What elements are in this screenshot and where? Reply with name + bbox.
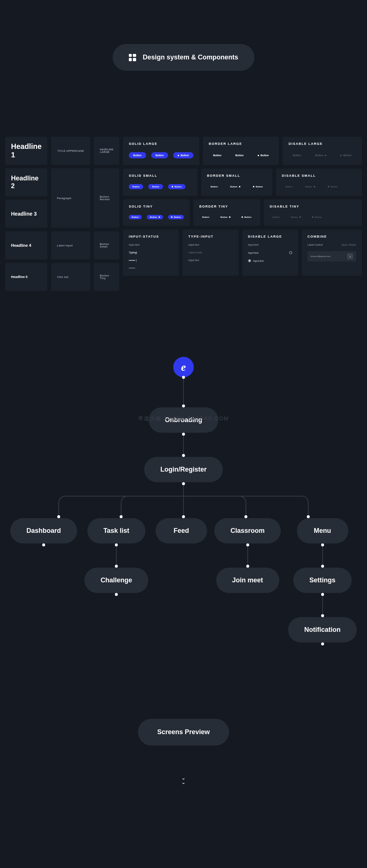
type-input-field-2: Label Inside: [188, 251, 232, 254]
hairline-large-text: HAIRLINE LARGE: [100, 148, 113, 153]
button-solid-sm[interactable]: Button: [129, 184, 143, 189]
node-challenge[interactable]: Challenge: [84, 568, 148, 593]
scroll-chevrons: ⌄ ⌄: [0, 775, 367, 807]
button-solid-sm[interactable]: Button: [148, 184, 163, 189]
button-solid-ty[interactable]: Button: [129, 215, 142, 219]
connector-line: [247, 546, 248, 565]
dot-icon: [171, 216, 172, 218]
input-status-field-2: Typing|: [129, 251, 173, 254]
button-disable-sm: Button: [301, 184, 319, 189]
button-disable-sm-icon: Button: [324, 184, 341, 189]
node-classroom[interactable]: Classroom: [214, 518, 281, 543]
node-dashboard[interactable]: Dashboard: [10, 518, 77, 543]
combine-label: Label Control: [308, 243, 323, 246]
button-solid[interactable]: Button: [129, 152, 146, 158]
svg-point-6: [307, 515, 310, 518]
connector-line: [183, 379, 184, 404]
button-border[interactable]: Button: [209, 152, 226, 158]
col-text-samples: TITLE UPPERCASE Paragraph Label Input Ti…: [51, 137, 90, 291]
card-headline-1: Headline 1: [5, 137, 47, 165]
card-input-status: Input-status Input text Typing| ••••••• …: [123, 230, 179, 276]
dot-icon: [325, 155, 326, 156]
card-border-large: Border large Button Button Button: [203, 137, 279, 165]
dot-icon: [258, 155, 259, 156]
combine-email-input[interactable]: Account@gmail.com ›: [308, 251, 356, 261]
col-headlines: Headline 1 Headline 2 Headline 3 Headlin…: [5, 137, 47, 291]
card-border-small: Border small Button Button Button: [201, 169, 272, 196]
type-input-title: Type-input: [188, 235, 232, 238]
border-large-title: Border large: [209, 142, 273, 146]
button-border-sm-icon[interactable]: Button: [249, 184, 266, 189]
card-button-tiny: Button Tiny: [94, 263, 119, 291]
card-combine: Combine Label Control Input / Radio Acco…: [302, 230, 362, 276]
node-menu[interactable]: Menu: [297, 518, 348, 543]
button-solid-ty-icon[interactable]: Button: [168, 215, 184, 219]
button-solid-icon[interactable]: Button: [173, 152, 193, 158]
button-tiny-text: Button Tiny: [100, 274, 113, 279]
node-feed[interactable]: Feed: [156, 518, 207, 543]
node-onboarding[interactable]: Onbroading: [149, 407, 218, 433]
input-status-field-4: •••••••: [129, 267, 173, 269]
button-border-sm[interactable]: Button: [226, 184, 244, 189]
button-border-ty[interactable]: Button: [217, 215, 233, 219]
button-border-ty[interactable]: Button: [199, 215, 212, 219]
button-row-tiny: Solid tiny Button Button Button Border t…: [123, 199, 362, 226]
button-border[interactable]: Button: [231, 152, 248, 158]
connector-dot: [321, 543, 324, 546]
connector-line: [322, 596, 323, 614]
node-task-list[interactable]: Task list: [87, 518, 146, 543]
button-border-ty-icon[interactable]: Button: [239, 215, 254, 219]
combine-hint: Input / Radio: [341, 243, 356, 246]
disable-tiny-title: Disable tiny: [270, 205, 356, 208]
connector-dot: [182, 433, 185, 436]
connector-dot: [42, 543, 45, 546]
button-row-small: Solid small Button Button Button Border …: [123, 169, 362, 196]
dot-icon: [159, 216, 160, 218]
card-paragraph: Paragraph: [51, 168, 90, 228]
node-join-meet[interactable]: Join meet: [216, 568, 279, 593]
node-notification[interactable]: Notification: [288, 617, 357, 642]
connector-dot: [321, 565, 324, 568]
dot-icon: [229, 216, 230, 218]
button-small-text: Button Small: [100, 243, 113, 248]
button-solid[interactable]: Button: [151, 152, 168, 158]
border-tiny-title: Border tiny: [199, 205, 254, 208]
node-login-register[interactable]: Login/Register: [144, 457, 223, 482]
button-disable: Button: [311, 152, 331, 158]
dot-icon: [328, 186, 329, 187]
card-button-normal: Button Normal: [94, 168, 119, 228]
title-list-text: Title list: [57, 276, 68, 278]
connector-dot: [115, 543, 118, 546]
disable-large-title: Disable large: [288, 142, 356, 146]
grid-icon: [129, 54, 136, 61]
card-solid-tiny: Solid tiny Button Button Button: [123, 199, 190, 226]
connector-line: [322, 546, 323, 565]
button-solid-sm-icon[interactable]: Button: [168, 184, 185, 189]
input-status-field-1: Input text: [129, 243, 173, 246]
button-border-sm[interactable]: Button: [207, 184, 221, 189]
button-border-icon[interactable]: Button: [253, 152, 273, 158]
connector-dot: [321, 642, 324, 645]
connector-dot: [246, 565, 249, 568]
combine-title: Combine: [308, 235, 356, 238]
headline-2-text: Headline 2: [11, 175, 41, 190]
type-input-field-1: Input text: [188, 243, 232, 246]
node-settings[interactable]: Settings: [293, 568, 352, 593]
button-row-large: Solid large Button Button Button Border …: [123, 137, 362, 165]
headline-3-text: Headline 3: [11, 211, 37, 217]
disable-input-field-2: Input text: [248, 251, 292, 254]
dot-icon: [312, 216, 313, 218]
solid-tiny-title: Solid tiny: [129, 205, 184, 208]
dot-icon: [239, 186, 240, 187]
card-hairline-large: HAIRLINE LARGE: [94, 137, 119, 165]
disable-input-field-1: Input text: [248, 243, 292, 246]
dot-icon: [314, 186, 315, 187]
submit-icon[interactable]: ›: [347, 253, 353, 259]
headline-1-text: Headline 1: [11, 142, 41, 159]
input-status-title: Input-status: [129, 235, 173, 238]
button-disable-ty: Button: [270, 215, 283, 219]
connector-line: [183, 436, 184, 454]
button-solid-ty[interactable]: Button: [147, 215, 163, 219]
card-headline-5: Headline 5: [5, 263, 47, 291]
header-section: Design system & Components: [0, 0, 367, 137]
